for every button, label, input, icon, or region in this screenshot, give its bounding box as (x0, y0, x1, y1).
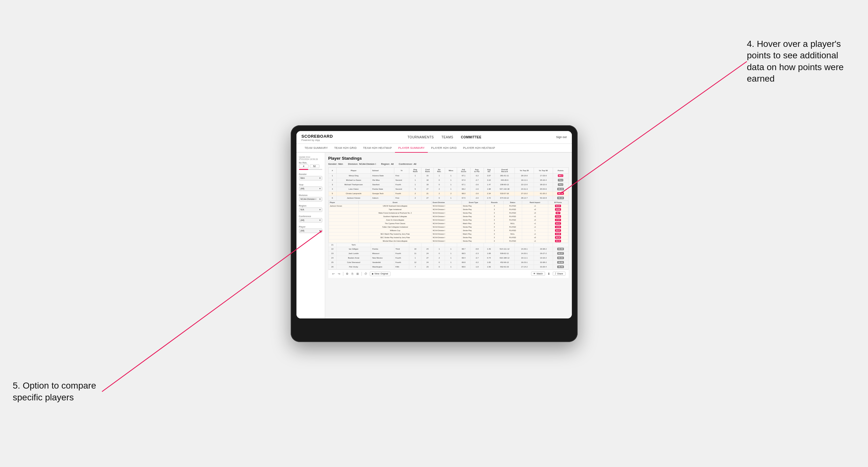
sidebar-conference: Conference (All) ▾ (299, 215, 322, 222)
logo-area: SCOREBOARD Powered by clipp (302, 133, 333, 141)
download-icon[interactable]: ⬇ (547, 272, 551, 276)
sidebar-player-select[interactable]: (All) ▾ (299, 228, 322, 233)
nav-committee[interactable]: COMMITTEE (461, 134, 482, 140)
view-original-btn[interactable]: ▶ View: Original (370, 272, 391, 276)
col-adj-score: Adj.Score (457, 167, 470, 174)
nav-tournaments[interactable]: TOURNAMENTS (407, 134, 434, 140)
logo: SCOREBOARD Powered by clipp (302, 133, 333, 141)
settings-icon[interactable]: ⚙ (345, 272, 349, 276)
sidebar-division-label: Division (299, 194, 322, 196)
filter-division: Division: NCAA Division I (348, 162, 376, 165)
table-row: 1Wenyi DingArizona StateFirst1151167.1-3… (328, 174, 568, 178)
sidebar-year-select[interactable]: (All) ▾ (299, 186, 322, 191)
sub-nav: TEAM SUMMARY TEAM H2H GRID TEAM H2H HEAT… (297, 144, 572, 153)
no-rds-max-input[interactable] (310, 164, 319, 168)
col-num: # (328, 167, 336, 174)
points-badge[interactable]: 60.27 (557, 252, 564, 255)
annotation-hover-points: 4. Hover over a player's points to see a… (747, 38, 849, 85)
col-player: Player (336, 167, 371, 174)
grid-icon[interactable]: ⊞ (356, 272, 360, 276)
sidebar-year: Year (All) ▾ (299, 184, 322, 191)
col-wins: Wins (445, 167, 457, 174)
points-badge[interactable]: 76.2 (558, 179, 564, 181)
tab-player-summary[interactable]: PLAYER SUMMARY (395, 144, 428, 153)
logo-sub: Powered by clipp (302, 139, 333, 141)
no-rds-min-input[interactable] (299, 164, 309, 168)
view-original-icon: ▶ (372, 273, 374, 275)
tooltip-row: Mirobel Maui Jim Intercollegiate NCAA Di… (329, 239, 568, 243)
sidebar-region-label: Region (299, 205, 322, 207)
separator (343, 272, 343, 276)
col-conf-rank: ConfRank (422, 167, 434, 174)
col-vs50: Vs Top 50 (534, 167, 553, 174)
points-badge[interactable]: 88.2 (558, 175, 564, 177)
sidebar-player: Player (All) ▾ (299, 226, 322, 233)
tab-team-summary[interactable]: TEAM SUMMARY (302, 144, 331, 152)
points-badge[interactable]: 68.34 (557, 188, 564, 190)
tablet-screen: SCOREBOARD Powered by clipp TOURNAMENTS … (297, 131, 572, 318)
undo-icon[interactable]: ↩ (332, 272, 335, 276)
redo-icon[interactable]: ↪ (337, 272, 341, 276)
col-to-par: Avg.to Par (470, 167, 484, 174)
tab-team-h2h-grid[interactable]: TEAM H2H GRID (331, 144, 360, 152)
sidebar-gender-select[interactable]: Men ▾ (299, 176, 322, 180)
slider-track[interactable] (299, 169, 322, 170)
points-badge[interactable]: 70.2 (558, 183, 564, 186)
points-badge[interactable]: 60.58 (557, 248, 564, 250)
filter-conference: Conference: All (399, 162, 416, 165)
filter-gender: Gender: Men (328, 162, 343, 165)
tab-player-h2h-grid[interactable]: PLAYER H2H GRID (428, 144, 460, 152)
clock-icon[interactable]: ⏱ (364, 272, 368, 276)
tooltip-row: SEC Stroke Play hosted by Jerry Pate NCA… (329, 236, 568, 239)
sidebar-conference-select[interactable]: (All) ▾ (299, 218, 322, 222)
sign-out-link[interactable]: Sign out (556, 135, 566, 139)
tab-team-h2h-heatmap[interactable]: TEAM H2H HEATMAP (360, 144, 395, 152)
sidebar-year-label: Year (299, 184, 322, 186)
filter-region: Region: All (381, 162, 393, 165)
tab-player-h2h-heatmap[interactable]: PLAYER H2H HEATMAP (460, 144, 499, 152)
table-row: 22Ian GilliganFloridaThird10241168.7-0.8… (328, 247, 568, 251)
page-title: Player Standings (328, 156, 569, 161)
view-original-label: View: Original (375, 273, 388, 275)
share-btn[interactable]: ⤴ Share (553, 272, 565, 276)
col-avg-sg: AvgSG (484, 167, 494, 174)
svg-line-0 (561, 62, 747, 193)
points-badge[interactable]: 39.95 (557, 261, 564, 263)
tooltip-row: Fallen Oak Collegiate Invitational NCAA … (329, 225, 568, 228)
col-vs25: Vs Top 25 (515, 167, 534, 174)
main-content: Update time: 27/01/2024 16:56:26 No Rds.… (297, 153, 572, 318)
table-row: 24Bastien AmatNew MexicoFourth1272169.4-… (328, 256, 568, 260)
table-row: 2Michael La SassoOle MissSecond1180167.0… (328, 178, 568, 182)
filters-row: Gender: Men Division: NCAA Division I Re… (328, 162, 569, 165)
tooltip-row: Southern Highlands Collegiate NCAA Divis… (329, 215, 568, 218)
points-badge-highlighted[interactable]: 60.49 (557, 192, 564, 195)
copy-icon[interactable]: ⎘ (351, 272, 354, 276)
nav-teams[interactable]: TEAMS (441, 134, 453, 140)
points-badge[interactable]: 60.02 (557, 257, 564, 259)
col-reg-rank: RegRank (409, 167, 422, 174)
share-label: Share (557, 273, 563, 275)
points-badge[interactable]: 38.49 (557, 266, 564, 268)
sidebar-region: Region N/A ▾ (299, 205, 322, 212)
points-badge[interactable]: 58.18 (557, 197, 564, 199)
logo-text: SCOREBOARD (302, 134, 333, 139)
sidebar-region-select[interactable]: N/A ▾ (299, 208, 322, 212)
app-header: SCOREBOARD Powered by clipp TOURNAMENTS … (297, 131, 572, 144)
table-row: 25Cole SherwoodVanderbiltFourth12240169.… (328, 260, 568, 264)
content-area: Player Standings Gender: Men Division: N… (325, 153, 572, 318)
sidebar-division-select[interactable]: NCAA Division I ▾ (299, 197, 322, 201)
table-row: 23Jack LundinMissouriFourth11240168.5-2.… (328, 251, 568, 256)
separator2 (362, 272, 362, 276)
watch-icon: 👁 (533, 273, 535, 275)
tooltip-row: Jackson Koivan UNCW Seahawk Intercollegi… (329, 204, 568, 208)
footer-toolbar: ↩ ↪ ⚙ ⎘ ⊞ ⏱ ▶ View: Original 👁 Watc (328, 269, 569, 278)
main-nav: TOURNAMENTS TEAMS COMMITTEE (407, 134, 481, 140)
header-right: Sign out (556, 135, 566, 139)
watch-btn[interactable]: 👁 Watch (531, 272, 545, 276)
tooltip-row: The Cypress Point Classic NCAA Division … (329, 222, 568, 225)
tooltip-row: Tiger Invitational NCAA Division I Strok… (329, 208, 568, 211)
sidebar: Update time: 27/01/2024 16:56:26 No Rds.… (297, 153, 325, 318)
table-row: 26Petr HrubyWashingtonFifth7230168.6-1.8… (328, 264, 568, 269)
col-record: OverallRecord (494, 167, 515, 174)
no-rds-row (299, 164, 322, 168)
